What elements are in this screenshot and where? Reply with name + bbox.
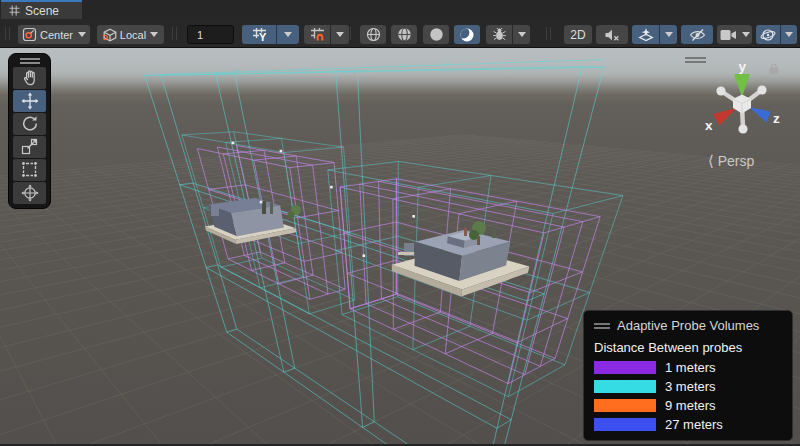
svg-text:x: x — [705, 118, 713, 133]
svg-text:z: z — [773, 111, 780, 126]
svg-text:Y: Y — [258, 31, 266, 42]
svg-text:y: y — [739, 59, 747, 74]
